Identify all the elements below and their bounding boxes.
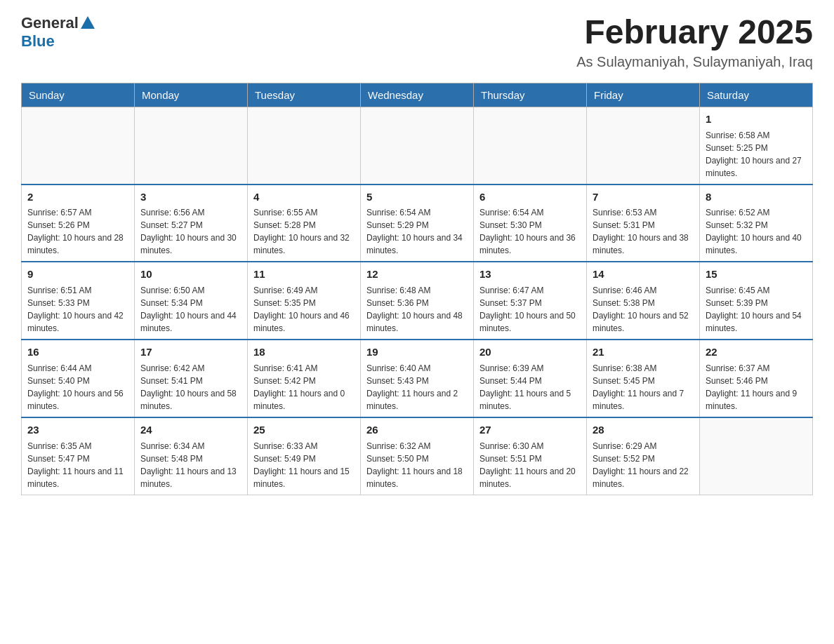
day-number: 10 xyxy=(140,267,241,282)
calendar-cell xyxy=(248,107,361,184)
month-title: February 2025 xyxy=(576,14,813,51)
calendar-week-1: 1Sunrise: 6:58 AMSunset: 5:25 PMDaylight… xyxy=(22,107,813,184)
day-number: 26 xyxy=(366,422,468,438)
calendar-cell: 28Sunrise: 6:29 AMSunset: 5:52 PMDayligh… xyxy=(587,417,700,495)
day-number: 19 xyxy=(366,344,468,360)
weekday-header-thursday: Thursday xyxy=(474,83,587,107)
day-number: 24 xyxy=(140,422,241,438)
calendar-cell: 8Sunrise: 6:52 AMSunset: 5:32 PMDaylight… xyxy=(700,185,813,262)
calendar-cell: 15Sunrise: 6:45 AMSunset: 5:39 PMDayligh… xyxy=(700,262,813,340)
calendar-cell: 7Sunrise: 6:53 AMSunset: 5:31 PMDaylight… xyxy=(587,185,700,262)
day-number: 8 xyxy=(706,189,807,205)
calendar-cell: 12Sunrise: 6:48 AMSunset: 5:36 PMDayligh… xyxy=(361,262,474,340)
day-info: Sunrise: 6:47 AMSunset: 5:37 PMDaylight:… xyxy=(479,284,581,335)
day-number: 18 xyxy=(253,344,355,360)
day-info: Sunrise: 6:54 AMSunset: 5:29 PMDaylight:… xyxy=(366,206,468,257)
calendar-cell: 9Sunrise: 6:51 AMSunset: 5:33 PMDaylight… xyxy=(22,262,135,340)
weekday-header-tuesday: Tuesday xyxy=(248,83,361,107)
calendar-cell: 25Sunrise: 6:33 AMSunset: 5:49 PMDayligh… xyxy=(248,417,361,495)
calendar-week-3: 9Sunrise: 6:51 AMSunset: 5:33 PMDaylight… xyxy=(22,262,813,340)
calendar-week-2: 2Sunrise: 6:57 AMSunset: 5:26 PMDaylight… xyxy=(22,185,813,262)
calendar-cell: 17Sunrise: 6:42 AMSunset: 5:41 PMDayligh… xyxy=(135,340,248,417)
day-info: Sunrise: 6:32 AMSunset: 5:50 PMDaylight:… xyxy=(366,440,468,490)
day-info: Sunrise: 6:42 AMSunset: 5:41 PMDaylight:… xyxy=(140,362,241,412)
calendar-cell: 21Sunrise: 6:38 AMSunset: 5:45 PMDayligh… xyxy=(587,340,700,417)
calendar-week-5: 23Sunrise: 6:35 AMSunset: 5:47 PMDayligh… xyxy=(22,417,813,495)
calendar-cell: 3Sunrise: 6:56 AMSunset: 5:27 PMDaylight… xyxy=(135,185,248,262)
day-info: Sunrise: 6:56 AMSunset: 5:27 PMDaylight:… xyxy=(140,206,241,257)
day-number: 7 xyxy=(593,189,694,205)
day-number: 15 xyxy=(706,267,807,282)
day-info: Sunrise: 6:49 AMSunset: 5:35 PMDaylight:… xyxy=(253,284,355,335)
day-info: Sunrise: 6:41 AMSunset: 5:42 PMDaylight:… xyxy=(253,362,355,412)
day-info: Sunrise: 6:57 AMSunset: 5:26 PMDaylight:… xyxy=(27,206,128,257)
logo-triangle-icon xyxy=(81,16,95,29)
weekday-header-sunday: Sunday xyxy=(22,83,135,107)
day-number: 3 xyxy=(140,189,241,205)
day-number: 1 xyxy=(706,112,807,127)
day-info: Sunrise: 6:53 AMSunset: 5:31 PMDaylight:… xyxy=(593,206,694,257)
calendar-cell: 19Sunrise: 6:40 AMSunset: 5:43 PMDayligh… xyxy=(361,340,474,417)
day-info: Sunrise: 6:39 AMSunset: 5:44 PMDaylight:… xyxy=(479,362,581,412)
calendar-cell xyxy=(587,107,700,184)
calendar-cell: 27Sunrise: 6:30 AMSunset: 5:51 PMDayligh… xyxy=(474,417,587,495)
calendar-cell: 14Sunrise: 6:46 AMSunset: 5:38 PMDayligh… xyxy=(587,262,700,340)
day-info: Sunrise: 6:45 AMSunset: 5:39 PMDaylight:… xyxy=(706,284,807,335)
day-info: Sunrise: 6:33 AMSunset: 5:49 PMDaylight:… xyxy=(253,440,355,490)
day-number: 28 xyxy=(593,422,694,438)
day-info: Sunrise: 6:55 AMSunset: 5:28 PMDaylight:… xyxy=(253,206,355,257)
calendar-cell: 24Sunrise: 6:34 AMSunset: 5:48 PMDayligh… xyxy=(135,417,248,495)
day-number: 13 xyxy=(479,267,581,282)
day-info: Sunrise: 6:40 AMSunset: 5:43 PMDaylight:… xyxy=(366,362,468,412)
day-number: 23 xyxy=(27,422,128,438)
calendar-week-4: 16Sunrise: 6:44 AMSunset: 5:40 PMDayligh… xyxy=(22,340,813,417)
title-section: February 2025 As Sulaymaniyah, Sulaymani… xyxy=(576,14,813,70)
day-number: 6 xyxy=(479,189,581,205)
location-title: As Sulaymaniyah, Sulaymaniyah, Iraq xyxy=(576,54,813,70)
calendar-table: SundayMondayTuesdayWednesdayThursdayFrid… xyxy=(21,83,813,495)
day-info: Sunrise: 6:58 AMSunset: 5:25 PMDaylight:… xyxy=(706,129,807,180)
calendar-cell: 20Sunrise: 6:39 AMSunset: 5:44 PMDayligh… xyxy=(474,340,587,417)
weekday-header-monday: Monday xyxy=(135,83,248,107)
day-number: 16 xyxy=(27,344,128,360)
calendar-cell: 4Sunrise: 6:55 AMSunset: 5:28 PMDaylight… xyxy=(248,185,361,262)
calendar-cell xyxy=(700,417,813,495)
weekday-header-friday: Friday xyxy=(587,83,700,107)
weekday-header-wednesday: Wednesday xyxy=(361,83,474,107)
calendar-cell: 16Sunrise: 6:44 AMSunset: 5:40 PMDayligh… xyxy=(22,340,135,417)
calendar-cell: 10Sunrise: 6:50 AMSunset: 5:34 PMDayligh… xyxy=(135,262,248,340)
day-info: Sunrise: 6:50 AMSunset: 5:34 PMDaylight:… xyxy=(140,284,241,335)
day-info: Sunrise: 6:34 AMSunset: 5:48 PMDaylight:… xyxy=(140,440,241,490)
page-header: General Blue February 2025 As Sulaymaniy… xyxy=(21,14,813,70)
day-number: 14 xyxy=(593,267,694,282)
calendar-cell: 5Sunrise: 6:54 AMSunset: 5:29 PMDaylight… xyxy=(361,185,474,262)
day-info: Sunrise: 6:51 AMSunset: 5:33 PMDaylight:… xyxy=(27,284,128,335)
day-number: 25 xyxy=(253,422,355,438)
day-number: 9 xyxy=(27,267,128,282)
day-info: Sunrise: 6:29 AMSunset: 5:52 PMDaylight:… xyxy=(593,440,694,490)
day-info: Sunrise: 6:54 AMSunset: 5:30 PMDaylight:… xyxy=(479,206,581,257)
day-number: 27 xyxy=(479,422,581,438)
logo-general-text: General xyxy=(21,14,79,32)
day-number: 21 xyxy=(593,344,694,360)
day-number: 11 xyxy=(253,267,355,282)
weekday-header-row: SundayMondayTuesdayWednesdayThursdayFrid… xyxy=(22,83,813,107)
calendar-cell: 13Sunrise: 6:47 AMSunset: 5:37 PMDayligh… xyxy=(474,262,587,340)
day-info: Sunrise: 6:44 AMSunset: 5:40 PMDaylight:… xyxy=(27,362,128,412)
calendar-cell xyxy=(361,107,474,184)
day-info: Sunrise: 6:37 AMSunset: 5:46 PMDaylight:… xyxy=(706,362,807,412)
day-info: Sunrise: 6:30 AMSunset: 5:51 PMDaylight:… xyxy=(479,440,581,490)
calendar-cell: 18Sunrise: 6:41 AMSunset: 5:42 PMDayligh… xyxy=(248,340,361,417)
day-info: Sunrise: 6:52 AMSunset: 5:32 PMDaylight:… xyxy=(706,206,807,257)
calendar-cell: 11Sunrise: 6:49 AMSunset: 5:35 PMDayligh… xyxy=(248,262,361,340)
day-info: Sunrise: 6:46 AMSunset: 5:38 PMDaylight:… xyxy=(593,284,694,335)
day-number: 4 xyxy=(253,189,355,205)
day-number: 12 xyxy=(366,267,468,282)
calendar-cell xyxy=(474,107,587,184)
logo: General Blue xyxy=(21,14,95,51)
day-info: Sunrise: 6:35 AMSunset: 5:47 PMDaylight:… xyxy=(27,440,128,490)
weekday-header-saturday: Saturday xyxy=(700,83,813,107)
logo-blue-text: Blue xyxy=(21,32,55,51)
day-number: 17 xyxy=(140,344,241,360)
day-number: 2 xyxy=(27,189,128,205)
